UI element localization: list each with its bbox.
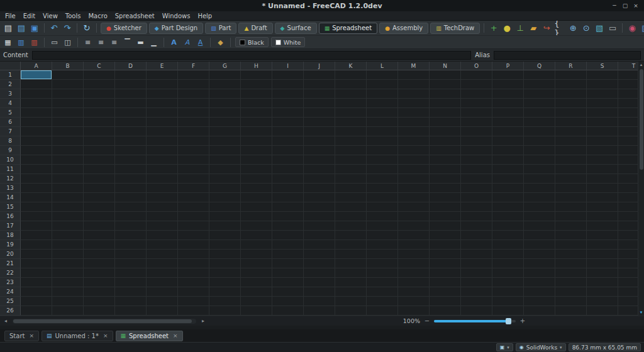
menu-windows[interactable]: Windows <box>158 11 194 21</box>
cell-L7[interactable] <box>367 127 398 136</box>
cell-L10[interactable] <box>367 155 398 165</box>
column-header-B[interactable]: B <box>52 62 84 70</box>
cell-I11[interactable] <box>272 165 304 174</box>
cell-C8[interactable] <box>84 136 115 146</box>
cell-K19[interactable] <box>335 240 367 250</box>
cell-D4[interactable] <box>115 99 147 108</box>
cell-F26[interactable] <box>178 306 209 316</box>
alias-input[interactable] <box>494 51 641 60</box>
cell-P16[interactable] <box>492 212 524 221</box>
cell-D6[interactable] <box>115 118 147 127</box>
cell-R19[interactable] <box>555 240 587 250</box>
cell-G23[interactable] <box>209 278 241 287</box>
row-header-24[interactable]: 24 <box>0 287 21 297</box>
cell-A6[interactable] <box>21 118 52 127</box>
cell-Q21[interactable] <box>524 259 555 268</box>
cell-D14[interactable] <box>115 193 147 202</box>
cell-R13[interactable] <box>555 184 587 193</box>
cell-O13[interactable] <box>461 184 492 193</box>
sheet-icon[interactable]: ▦ <box>3 37 13 48</box>
cell-D3[interactable] <box>115 89 147 99</box>
macro-icon[interactable]: ● <box>501 23 513 34</box>
cell-E2[interactable] <box>147 80 178 89</box>
cell-C17[interactable] <box>84 221 115 231</box>
row-header-12[interactable]: 12 <box>0 174 21 184</box>
cell-H23[interactable] <box>241 278 272 287</box>
cell-K12[interactable] <box>335 174 367 184</box>
cell-S8[interactable] <box>587 136 618 146</box>
cell-O20[interactable] <box>461 250 492 259</box>
column-header-E[interactable]: E <box>147 62 178 70</box>
zoom-out-button[interactable]: − <box>424 317 430 324</box>
cell-E16[interactable] <box>147 212 178 221</box>
cell-H10[interactable] <box>241 155 272 165</box>
cell-I7[interactable] <box>272 127 304 136</box>
cell-A18[interactable] <box>21 231 52 240</box>
cell-B7[interactable] <box>52 127 84 136</box>
cell-P15[interactable] <box>492 202 524 212</box>
row-header-11[interactable]: 11 <box>0 165 21 174</box>
split-cell-icon[interactable]: ◫ <box>62 37 73 48</box>
cell-Q14[interactable] <box>524 193 555 202</box>
cell-Q19[interactable] <box>524 240 555 250</box>
cell-I25[interactable] <box>272 297 304 306</box>
cell-A11[interactable] <box>21 165 52 174</box>
add-plus-icon[interactable]: + <box>488 23 499 34</box>
cell-P21[interactable] <box>492 259 524 268</box>
vertical-scrollbar[interactable]: ▴ ▾ <box>638 62 644 316</box>
cell-E18[interactable] <box>147 231 178 240</box>
cell-F24[interactable] <box>178 287 209 297</box>
cell-G13[interactable] <box>209 184 241 193</box>
cell-O19[interactable] <box>461 240 492 250</box>
cell-B17[interactable] <box>52 221 84 231</box>
cell-Q15[interactable] <box>524 202 555 212</box>
cell-R11[interactable] <box>555 165 587 174</box>
cell-G5[interactable] <box>209 108 241 118</box>
cell-K18[interactable] <box>335 231 367 240</box>
cell-M12[interactable] <box>398 174 430 184</box>
cell-I17[interactable] <box>272 221 304 231</box>
cell-K7[interactable] <box>335 127 367 136</box>
cell-H3[interactable] <box>241 89 272 99</box>
cell-J23[interactable] <box>304 278 335 287</box>
cell-S26[interactable] <box>587 306 618 316</box>
cell-O16[interactable] <box>461 212 492 221</box>
cell-D12[interactable] <box>115 174 147 184</box>
cell-D24[interactable] <box>115 287 147 297</box>
cell-O8[interactable] <box>461 136 492 146</box>
cell-H12[interactable] <box>241 174 272 184</box>
cell-M7[interactable] <box>398 127 430 136</box>
cell-H5[interactable] <box>241 108 272 118</box>
cell-H19[interactable] <box>241 240 272 250</box>
cell-N17[interactable] <box>430 221 461 231</box>
cell-C18[interactable] <box>84 231 115 240</box>
cell-S6[interactable] <box>587 118 618 127</box>
column-header-Q[interactable]: Q <box>524 62 555 70</box>
cell-R24[interactable] <box>555 287 587 297</box>
cell-M9[interactable] <box>398 146 430 155</box>
cell-K8[interactable] <box>335 136 367 146</box>
cell-A1[interactable] <box>21 70 52 80</box>
cell-E1[interactable] <box>147 70 178 80</box>
cell-R25[interactable] <box>555 297 587 306</box>
cell-K5[interactable] <box>335 108 367 118</box>
cell-O24[interactable] <box>461 287 492 297</box>
cell-P13[interactable] <box>492 184 524 193</box>
workbench-draft[interactable]: ▲Draft <box>238 23 272 34</box>
cell-M8[interactable] <box>398 136 430 146</box>
cell-N18[interactable] <box>430 231 461 240</box>
cell-O12[interactable] <box>461 174 492 184</box>
cell-G10[interactable] <box>209 155 241 165</box>
column-header-F[interactable]: F <box>178 62 209 70</box>
cell-F12[interactable] <box>178 174 209 184</box>
cell-N4[interactable] <box>430 99 461 108</box>
cell-K14[interactable] <box>335 193 367 202</box>
cell-A14[interactable] <box>21 193 52 202</box>
cell-I14[interactable] <box>272 193 304 202</box>
cell-S13[interactable] <box>587 184 618 193</box>
cell-P11[interactable] <box>492 165 524 174</box>
column-header-H[interactable]: H <box>241 62 272 70</box>
cell-F19[interactable] <box>178 240 209 250</box>
cell-K15[interactable] <box>335 202 367 212</box>
workbench-sketcher[interactable]: ●Sketcher <box>101 23 147 34</box>
